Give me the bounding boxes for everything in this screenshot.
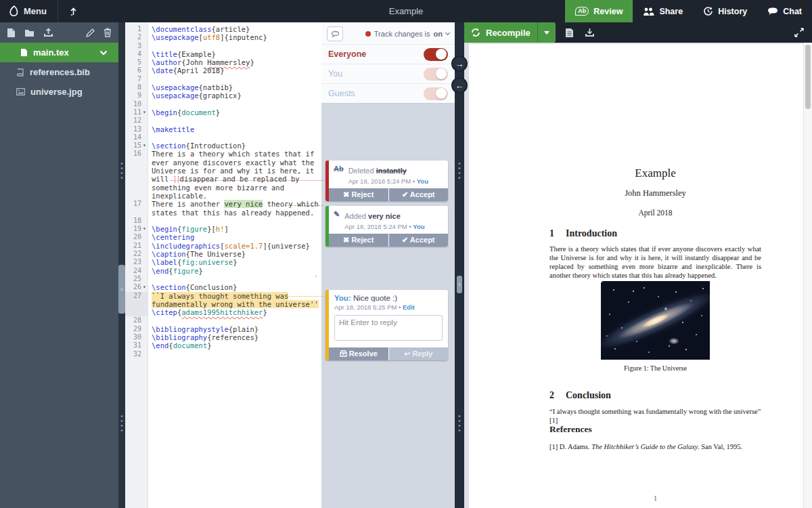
code-line[interactable]: states that this has already happened. <box>125 209 321 217</box>
jump-to-code-button[interactable]: ← <box>451 77 468 93</box>
fold-arrow-icon[interactable]: ▾ <box>141 108 148 117</box>
sidebar-resize-divider[interactable]: ‹ <box>118 22 125 508</box>
comment-card[interactable]: You: Nice quote :) Apr 18, 2018 5:25 PM … <box>325 290 448 360</box>
upload-icon[interactable] <box>43 28 53 37</box>
code-line[interactable]: ever anyone discovers exactly what the <box>125 158 321 167</box>
new-folder-icon[interactable] <box>24 28 35 37</box>
code-line[interactable]: 29\bibliographystyle{plain} <box>125 325 321 333</box>
pdf-scrollbar[interactable] <box>803 43 812 508</box>
file-item-universe-jpg[interactable]: universe.jpg <box>0 82 118 102</box>
code-line[interactable]: 12 <box>125 117 321 125</box>
recompile-button[interactable]: Recompile <box>464 22 556 43</box>
accept-button[interactable]: ✔ Accept <box>389 188 449 201</box>
code-line[interactable]: 32 <box>125 350 321 358</box>
code-line[interactable]: 4\title{Example} <box>125 50 321 58</box>
code-editor[interactable]: 1\documentclass{article}2\usepackage[utf… <box>125 22 321 508</box>
fold-arrow-icon[interactable]: ▾ <box>141 142 148 150</box>
code-line[interactable]: 31\end{document} <box>125 341 321 350</box>
code-line[interactable]: 24\end{figure} <box>125 267 321 275</box>
code-line[interactable]: 15▾\section{Introduction} <box>125 142 321 150</box>
drag-handle[interactable] <box>120 161 124 182</box>
fold-arrow-icon[interactable]: ▾ <box>141 225 148 233</box>
share-button[interactable]: Share <box>633 0 693 22</box>
drag-handle[interactable] <box>458 414 461 434</box>
track-toggle-everyone[interactable]: Everyone <box>321 44 455 64</box>
overview-chevron-icon[interactable]: › <box>314 272 318 280</box>
code-line[interactable]: inexplicable. <box>125 192 321 200</box>
chat-button[interactable]: Chat <box>757 0 812 22</box>
logs-icon[interactable] <box>565 28 574 38</box>
rename-pencil-icon[interactable] <box>86 28 95 37</box>
code-line[interactable]: 9\usepackage{graphicx} <box>125 91 321 100</box>
code-line[interactable]: 28 <box>125 316 321 324</box>
code-line[interactable]: 19▾\begin{figure}[h!] <box>125 225 321 233</box>
code-line[interactable]: 14 <box>125 133 321 142</box>
reply-button[interactable]: ↩ Reply <box>389 347 449 360</box>
gutter-cell: 16 <box>125 150 148 158</box>
file-item-references-bib[interactable]: references.bib <box>0 62 118 82</box>
track-changes-toggle[interactable]: Track changes is on <box>365 30 449 38</box>
code-line[interactable]: 2\usepackage[utf8]{inputenc} <box>125 33 321 41</box>
track-toggle-you[interactable]: You <box>321 64 455 83</box>
collapse-editor-button[interactable]: › <box>457 276 462 293</box>
code-line[interactable]: something even more bizarre and <box>125 184 321 192</box>
resolve-button[interactable]: Resolve <box>329 347 388 360</box>
code-line[interactable]: will disappear and be replaced by <box>125 175 321 183</box>
track-toggle-guests[interactable]: Guests <box>321 83 455 103</box>
pdf-viewer[interactable]: Example John Hammersley April 2018 1Intr… <box>464 43 812 508</box>
jump-to-pdf-button[interactable]: → <box>451 56 468 72</box>
review-panel-toggle-button[interactable] <box>327 26 343 41</box>
guests-switch[interactable] <box>424 87 448 100</box>
review-button[interactable]: Ab Review <box>565 0 633 22</box>
code-line[interactable]: 13\maketitle <box>125 125 321 133</box>
code-line[interactable]: 7 <box>125 75 321 83</box>
reject-button[interactable]: ✖ Reject <box>329 234 388 247</box>
accept-button[interactable]: ✔ Accept <box>389 234 449 247</box>
drag-handle[interactable] <box>458 161 461 182</box>
collapse-sidebar-button[interactable]: ‹ <box>118 265 125 314</box>
you-switch[interactable] <box>424 68 448 81</box>
code-line[interactable]: 6\date{April 2018} <box>125 66 321 75</box>
edit-link[interactable]: Edit <box>403 303 415 311</box>
code-line[interactable]: 17There is another very nice theory whic… <box>125 200 321 208</box>
delete-trash-icon[interactable] <box>104 28 112 37</box>
code-line[interactable]: 22\caption{The Universe} <box>125 250 321 258</box>
fold-arrow-icon[interactable]: ▾ <box>141 283 148 291</box>
reject-button[interactable]: ✖ Reject <box>329 188 388 201</box>
code-line[interactable]: Universe is for and why it is here, it <box>125 167 321 175</box>
comment-text: You: Nice quote :) <box>334 294 443 302</box>
code-line[interactable]: 25 <box>125 275 321 283</box>
download-pdf-icon[interactable] <box>585 28 595 37</box>
code-line[interactable]: 16There is a theory which states that if <box>125 150 321 158</box>
code-line[interactable]: 10 <box>125 100 321 108</box>
back-to-projects-button[interactable] <box>58 0 89 22</box>
code-line[interactable]: 11▾\begin{document} <box>125 108 321 117</box>
menu-button[interactable]: Menu <box>0 0 58 22</box>
deleted-change-card[interactable]: Ab Deleted instantly Apr 18, 2018 5:24 P… <box>325 161 448 201</box>
new-file-icon[interactable] <box>7 28 16 38</box>
code-line[interactable]: \citep{adams1995hitchhiker} <box>125 308 321 316</box>
everyone-switch[interactable] <box>424 48 448 61</box>
pdf-resize-divider[interactable]: → ← › <box>455 22 464 508</box>
code-token: {John <box>181 58 207 66</box>
code-line[interactable]: fundamentally wrong with the universe'' <box>125 300 321 308</box>
reply-input[interactable] <box>334 315 443 341</box>
code-line[interactable]: 23\label{fig:universe} <box>125 258 321 266</box>
code-line[interactable]: 18 <box>125 217 321 225</box>
added-change-card[interactable]: ✎ Added very nice Apr 18, 2018 5:24 PM •… <box>325 206 448 247</box>
code-line[interactable]: 5\author{John Hammersley} <box>125 58 321 66</box>
code-line[interactable]: 26▾\section{Conclusion} <box>125 283 321 291</box>
file-item-main-tex[interactable]: main.tex <box>0 43 118 62</box>
code-line[interactable]: 21\includegraphics[scale=1.7]{universe} <box>125 242 321 250</box>
code-line[interactable]: 30\bibliography{references} <box>125 333 321 341</box>
code-line[interactable]: 8\usepackage{natbib} <box>125 83 321 91</box>
drag-handle[interactable] <box>120 414 124 434</box>
history-button[interactable]: History <box>693 0 757 22</box>
code-line[interactable]: 1\documentclass{article} <box>125 25 321 33</box>
code-line[interactable]: 20\centering <box>125 233 321 241</box>
fullscreen-icon[interactable] <box>794 28 804 37</box>
chevron-down-icon[interactable] <box>99 50 108 56</box>
scrollbar-thumb[interactable] <box>805 45 811 109</box>
recompile-dropdown[interactable] <box>537 22 556 43</box>
code-line[interactable]: 3 <box>125 42 321 50</box>
